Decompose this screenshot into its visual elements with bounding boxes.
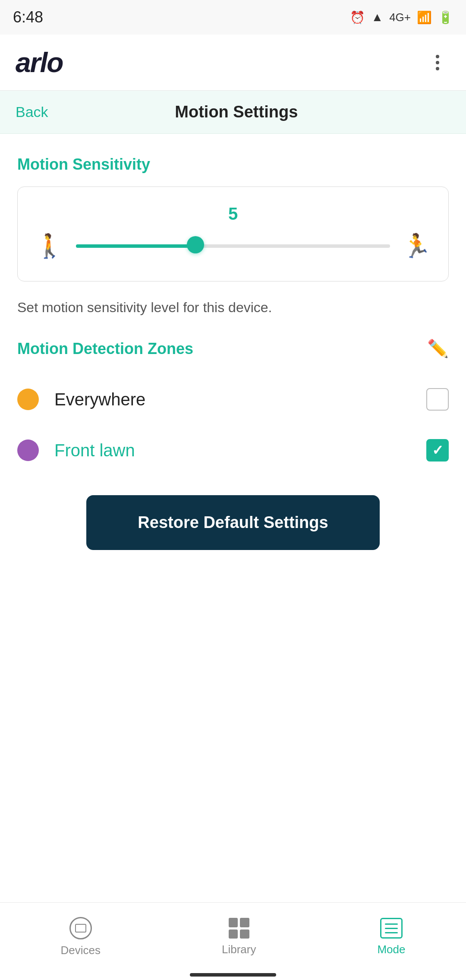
slider-row: 🚶 🏃	[35, 232, 431, 259]
status-icons: ⏰ ▲ 4G+ 📶 🔋	[350, 10, 453, 25]
person-icon: 🚶	[35, 232, 64, 259]
status-time: 6:48	[13, 8, 43, 26]
alarm-icon: ⏰	[350, 10, 365, 25]
front-lawn-checkbox[interactable]	[426, 439, 449, 462]
status-bar: 6:48 ⏰ ▲ 4G+ 📶 🔋	[0, 0, 466, 35]
library-icon	[229, 918, 249, 939]
main-content: Motion Sensitivity 5 🚶 🏃 Set motion sens…	[0, 134, 466, 550]
home-indicator	[190, 973, 276, 977]
slider-fill	[76, 244, 195, 248]
mode-line-1	[385, 923, 398, 925]
arlo-logo: arlo	[16, 47, 63, 79]
everywhere-label: Everywhere	[54, 390, 426, 409]
zone-everywhere: Everywhere	[17, 376, 449, 423]
dot-1	[436, 55, 439, 58]
grid-cell-4	[240, 929, 249, 939]
mode-label: Mode	[377, 943, 405, 956]
front-lawn-label: Front lawn	[54, 441, 426, 460]
nav-item-devices[interactable]: Devices	[60, 917, 100, 957]
runner-icon: 🏃	[402, 232, 431, 259]
restore-btn-container: Restore Default Settings	[17, 495, 449, 550]
more-options-button[interactable]	[425, 50, 450, 76]
devices-label: Devices	[60, 944, 100, 957]
app-header: arlo	[0, 35, 466, 91]
sensitivity-description: Set motion sensitivity level for this de…	[17, 297, 449, 318]
dot-2	[436, 61, 439, 64]
zones-heading-row: Motion Detection Zones ✏️	[17, 338, 449, 359]
battery-icon: 🔋	[438, 10, 453, 25]
slider-value: 5	[35, 204, 431, 224]
everywhere-dot	[17, 389, 39, 410]
dot-3	[436, 67, 439, 70]
grid-cell-2	[240, 918, 249, 927]
navigation-bar: Back Motion Settings	[0, 91, 466, 134]
nav-item-library[interactable]: Library	[222, 918, 256, 956]
library-label: Library	[222, 943, 256, 956]
back-button[interactable]: Back	[16, 104, 48, 120]
everywhere-checkbox[interactable]	[426, 388, 449, 411]
devices-icon	[69, 917, 92, 939]
slider-track	[76, 244, 390, 248]
motion-sensitivity-card: 5 🚶 🏃	[17, 187, 449, 281]
wifi-icon: ▲	[371, 10, 383, 24]
zone-front-lawn: Front lawn	[17, 427, 449, 474]
page-title: Motion Settings	[66, 103, 407, 121]
mode-line-2	[385, 928, 398, 929]
detection-zones-heading: Motion Detection Zones	[17, 340, 193, 358]
grid-cell-1	[229, 918, 238, 927]
restore-default-button[interactable]: Restore Default Settings	[86, 495, 380, 550]
slider-thumb[interactable]	[187, 236, 204, 253]
grid-cell-3	[229, 929, 238, 939]
edit-zones-button[interactable]: ✏️	[427, 338, 449, 359]
slider-track-container[interactable]	[76, 243, 390, 249]
signal-icon: 4G+	[389, 11, 411, 24]
mode-icon	[380, 918, 403, 939]
bottom-nav: Devices Library Mode	[0, 902, 466, 980]
motion-sensitivity-heading: Motion Sensitivity	[17, 155, 449, 174]
nav-item-mode[interactable]: Mode	[377, 918, 405, 956]
front-lawn-dot	[17, 439, 39, 461]
signal-bars-icon: 📶	[417, 10, 432, 25]
mode-line-3	[385, 932, 398, 933]
